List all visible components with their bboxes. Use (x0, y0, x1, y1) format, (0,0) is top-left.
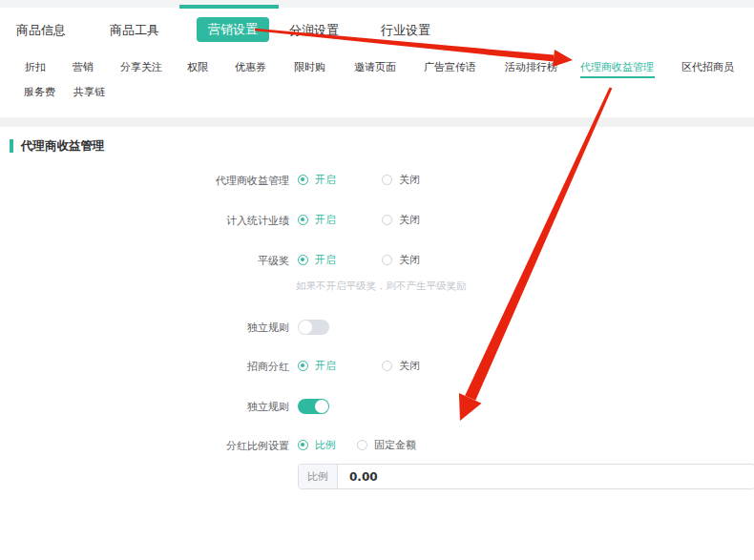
tab-industry-settings[interactable]: 行业设置 (381, 23, 430, 38)
arrow-to-ratio-head (459, 393, 482, 421)
subtab-shared-chain[interactable]: 共享链 (73, 85, 105, 99)
subtab-marketing[interactable]: 营销 (73, 60, 94, 74)
section-title: 代理商收益管理 (21, 138, 105, 154)
active-subtab-underline (580, 76, 655, 78)
independent-rule-toggle-on[interactable] (298, 399, 329, 414)
radio-label: 关闭 (399, 359, 420, 373)
subtab-ad-slogan[interactable]: 广告宣传语 (424, 60, 476, 74)
toggle-knob-icon (315, 400, 328, 413)
subtab-activity-ranking[interactable]: 活动排行榜 (505, 60, 557, 74)
ratio-input-group: 比例 (298, 464, 754, 489)
same-level-bonus-hint: 如果不开启平级奖，则不产生平级奖励 (296, 279, 467, 292)
radio-off-icon (382, 255, 392, 265)
agent-revenue-settings-page: 商品信息 商品工具 营销设置 分润设置 行业设置 折扣 营销 分享关注 权限 优… (0, 0, 754, 560)
radio-label: 开启 (315, 359, 336, 373)
radio-label: 关闭 (399, 253, 420, 267)
radio-off-icon (382, 361, 392, 371)
tab-product-tools[interactable]: 商品工具 (110, 23, 159, 38)
subtab-coupons[interactable]: 优惠券 (235, 60, 266, 74)
section-title-accent-bar (10, 139, 13, 153)
top-chrome-strip (0, 0, 754, 8)
radio-disable[interactable]: 关闭 (382, 173, 420, 187)
radio-on-icon (298, 361, 308, 371)
subtab-district-agent-recruiter[interactable]: 区代招商员 (681, 60, 734, 74)
radio-disable[interactable]: 关闭 (382, 253, 420, 267)
radio-enable[interactable]: 开启 (298, 173, 336, 187)
subtab-agent-revenue-management[interactable]: 代理商收益管理 (580, 60, 654, 74)
radio-on-icon (298, 255, 308, 265)
radio-fixed-amount[interactable]: 固定金额 (357, 438, 416, 452)
radio-on-icon (298, 440, 308, 450)
ratio-input-prefix: 比例 (299, 465, 338, 488)
radio-off-icon (382, 175, 392, 185)
ratio-input[interactable] (338, 465, 754, 488)
radio-ratio[interactable]: 比例 (298, 438, 336, 452)
field-label: 代理商收益管理 (0, 173, 289, 189)
subtab-discount[interactable]: 折扣 (25, 60, 46, 74)
toggle-knob-icon (299, 321, 312, 334)
independent-rule-toggle-off[interactable] (298, 320, 329, 335)
radio-disable[interactable]: 关闭 (382, 213, 420, 227)
arrow-to-ratio-shaft (465, 87, 612, 400)
field-label: 计入统计业绩 (0, 213, 289, 229)
radio-off-icon (382, 215, 392, 225)
tab-product-info[interactable]: 商品信息 (16, 23, 66, 38)
subtab-permissions[interactable]: 权限 (187, 60, 208, 74)
radio-on-icon (298, 215, 308, 225)
radio-label: 比例 (315, 438, 336, 452)
tab-profit-settings[interactable]: 分润设置 (289, 23, 339, 38)
radio-off-icon (357, 440, 367, 450)
subtab-invite-page[interactable]: 邀请页面 (354, 60, 396, 74)
field-label: 分红比例设置 (0, 438, 289, 454)
radio-label: 开启 (315, 173, 336, 187)
tab-marketing-settings[interactable]: 营销设置 (197, 17, 269, 42)
section-divider (0, 117, 754, 127)
subtab-service-fee[interactable]: 服务费 (24, 85, 55, 99)
field-label: 平级奖 (0, 253, 289, 269)
radio-label: 关闭 (399, 213, 420, 227)
field-label: 独立规则 (0, 320, 289, 336)
radio-enable[interactable]: 开启 (298, 253, 336, 267)
active-tab-top-indicator (179, 5, 279, 9)
radio-label: 关闭 (399, 173, 420, 187)
radio-enable[interactable]: 开启 (298, 213, 336, 227)
radio-label: 开启 (315, 253, 336, 267)
radio-on-icon (298, 175, 308, 185)
radio-enable[interactable]: 开启 (298, 359, 336, 373)
radio-disable[interactable]: 关闭 (382, 359, 420, 373)
radio-label: 开启 (315, 213, 336, 227)
radio-label: 固定金额 (374, 438, 416, 452)
field-label: 独立规则 (0, 399, 289, 415)
field-label: 招商分红 (0, 359, 289, 375)
subtab-share-follow[interactable]: 分享关注 (120, 60, 162, 74)
subtab-flash-sale[interactable]: 限时购 (294, 60, 325, 74)
